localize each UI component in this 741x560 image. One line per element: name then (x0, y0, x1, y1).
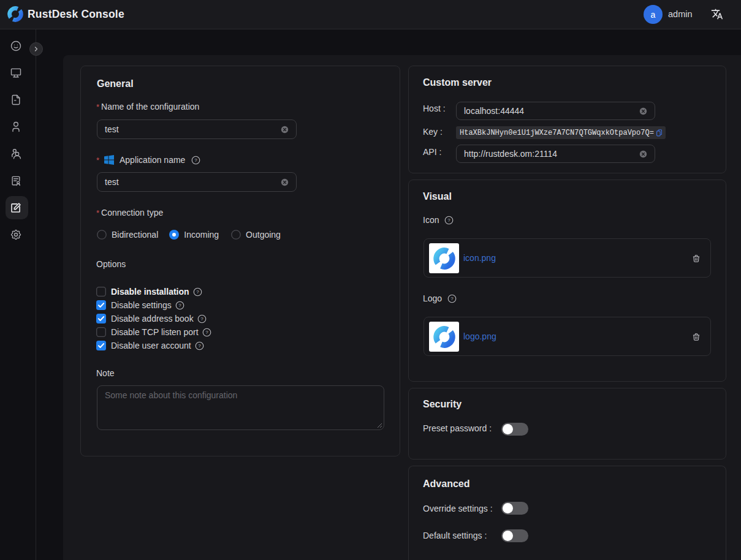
svg-text:?: ? (196, 289, 199, 295)
svg-text:?: ? (198, 343, 201, 349)
svg-text:?: ? (450, 296, 454, 301)
svg-text:?: ? (205, 330, 208, 335)
svg-text:?: ? (200, 316, 203, 322)
svg-text:?: ? (448, 218, 451, 223)
svg-text:?: ? (178, 303, 181, 308)
svg-text:?: ? (194, 157, 197, 163)
